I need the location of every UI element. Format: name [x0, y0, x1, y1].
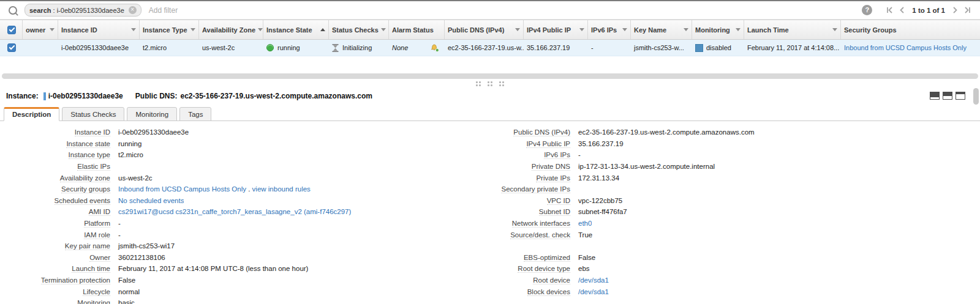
column-header-ipv4-public-ip[interactable]: IPv4 Public IP: [524, 20, 588, 39]
first-page-button[interactable]: [883, 7, 896, 13]
field-label-text: Root device: [533, 276, 570, 284]
filter-dropdown-icon[interactable]: [515, 28, 520, 31]
select-all-checkbox[interactable]: [7, 26, 16, 34]
horizontal-scrollbar[interactable]: [2, 73, 978, 79]
field-label: IAM role: [5, 231, 110, 239]
description-row: Termination protectionFalse: [5, 275, 469, 286]
configure-alarm-icon[interactable]: [431, 44, 442, 52]
field-label: Instance state: [5, 140, 110, 147]
pane-layout-switcher: [927, 92, 965, 100]
filter-key: search: [29, 7, 51, 14]
field-link[interactable]: /dev/sda1: [578, 288, 609, 295]
remove-filter-icon[interactable]: [129, 6, 137, 14]
filter-dropdown-icon[interactable]: [736, 28, 741, 31]
field-label: AMI ID: [5, 208, 110, 215]
layout-split-pane-icon[interactable]: [943, 92, 952, 100]
column-header-monitoring[interactable]: Monitoring: [692, 20, 744, 39]
security-group-link[interactable]: Inbound from UCSD Campus Hosts Only: [844, 44, 967, 51]
tab-label: Tags: [188, 111, 203, 118]
tab-monitoring[interactable]: Monitoring: [127, 107, 177, 121]
field-label: Private IPs: [469, 174, 570, 182]
description-row: Private DNSip-172-31-13-34.us-west-2.com…: [469, 161, 980, 172]
cell-launch-time: February 11, 2017 at 4:14:08...: [744, 40, 841, 56]
filter-dropdown-icon[interactable]: [258, 28, 263, 31]
description-row: IAM role-: [5, 229, 469, 240]
filter-dropdown-icon[interactable]: [579, 28, 584, 31]
detail-tabs: DescriptionStatus ChecksMonitoringTags: [0, 107, 980, 121]
filter-dropdown-icon[interactable]: [131, 28, 136, 31]
field-link[interactable]: view inbound rules: [252, 185, 311, 193]
column-label: Launch Time: [747, 26, 789, 34]
column-header-instance-state[interactable]: Instance State: [263, 20, 329, 39]
layout-full-pane-icon[interactable]: [956, 92, 965, 100]
description-row: Secondary private IPs: [469, 184, 980, 195]
filter-dropdown-icon[interactable]: [381, 28, 386, 31]
column-header-launch-time[interactable]: Launch Time: [744, 20, 841, 39]
field-label-text: IPv6 IPs: [544, 151, 570, 159]
description-row: IPv4 Public IP35.166.237.19: [469, 138, 980, 150]
field-text: ebs: [578, 265, 590, 272]
field-value: -: [110, 231, 121, 239]
field-label: Block devices: [469, 288, 570, 295]
filter-dropdown-icon[interactable]: [832, 28, 837, 31]
tab-status-checks[interactable]: Status Checks: [62, 107, 124, 121]
column-header-security-groups[interactable]: Security Groups: [841, 20, 980, 39]
field-label: Secondary private IPs: [469, 185, 570, 193]
cell-text: i-0eb02951330daee3e: [61, 44, 129, 51]
field-label-text: AMI ID: [89, 208, 110, 216]
column-header-alarm-status[interactable]: Alarm Status: [389, 20, 445, 39]
column-header-owner[interactable]: owner: [23, 20, 58, 39]
column-header-public-dns-ipv4[interactable]: Public DNS (IPv4): [445, 20, 524, 39]
field-value: February 11, 2017 at 4:14:08 PM UTC-8 (l…: [110, 265, 308, 272]
cell-owner: [23, 40, 58, 56]
filter-dropdown-icon[interactable]: [684, 28, 688, 31]
field-link[interactable]: eth0: [578, 220, 592, 227]
field-label: EBS-optimized: [469, 254, 570, 261]
field-text: jsmith-cs253-wi17: [118, 242, 175, 250]
column-header-availability-zone[interactable]: Availability Zone: [199, 20, 263, 39]
column-header-instance-id[interactable]: Instance ID: [58, 20, 140, 39]
field-label-text: Secondary private IPs: [501, 185, 570, 193]
help-icon[interactable]: [862, 5, 872, 15]
column-header-key-name[interactable]: Key Name: [631, 20, 692, 39]
filter-dropdown-icon[interactable]: [190, 28, 195, 31]
tab-description[interactable]: Description: [4, 107, 59, 121]
layout-bottom-pane-icon[interactable]: [930, 92, 940, 100]
field-label-text: Elastic IPs: [77, 163, 110, 171]
field-text: True: [578, 231, 592, 239]
row-checkbox[interactable]: [7, 43, 16, 52]
field-link[interactable]: /dev/sda1: [578, 276, 609, 284]
last-page-button[interactable]: [961, 7, 974, 13]
instance-row[interactable]: i-0eb02951330daee3et2.microus-west-2crun…: [0, 40, 980, 56]
field-label-text: Availability zone: [60, 174, 110, 182]
filter-dropdown-icon[interactable]: [622, 28, 627, 31]
description-row: AMI IDcs291wi17@ucsd cs231n_caffe_torch7…: [5, 206, 469, 218]
field-link[interactable]: Inbound from UCSD Campus Hosts Only: [118, 185, 246, 193]
field-link[interactable]: No scheduled events: [118, 197, 184, 204]
search-filter-tag[interactable]: search : i-0eb02951330daee3e: [24, 4, 141, 17]
next-page-button[interactable]: [949, 7, 961, 13]
field-text: 360212138106: [118, 254, 165, 261]
vertical-scrollbar[interactable]: [973, 88, 979, 105]
tab-tags[interactable]: Tags: [179, 107, 211, 121]
pane-resize-handle[interactable]: [0, 81, 980, 86]
column-header-status-checks[interactable]: Status Checks: [329, 20, 389, 39]
field-label-text: Private IPs: [536, 174, 570, 182]
field-label-text: Monitoring: [77, 299, 110, 304]
field-text: -: [118, 220, 121, 227]
column-header-instance-type[interactable]: Instance Type: [140, 20, 199, 39]
cell-text: -: [591, 44, 594, 51]
field-label-text: Block devices: [527, 288, 570, 296]
prev-page-button[interactable]: [896, 7, 908, 13]
field-value: us-west-2c: [110, 174, 153, 182]
field-label: Security groups: [5, 185, 110, 193]
field-link[interactable]: cs291wi17@ucsd cs231n_caffe_torch7_keras…: [118, 208, 351, 215]
filter-dropdown-icon[interactable]: [50, 28, 55, 31]
column-label: Status Checks: [332, 26, 379, 34]
field-label: Root device type: [469, 265, 570, 272]
field-value: Inbound from UCSD Campus Hosts Only . vi…: [110, 185, 311, 193]
field-value: subnet-ff476fa7: [570, 208, 627, 215]
select-all-header[interactable]: [0, 20, 23, 39]
add-filter-input[interactable]: Add filter: [149, 6, 178, 15]
column-header-ipv6-ips[interactable]: IPv6 IPs: [588, 20, 631, 39]
